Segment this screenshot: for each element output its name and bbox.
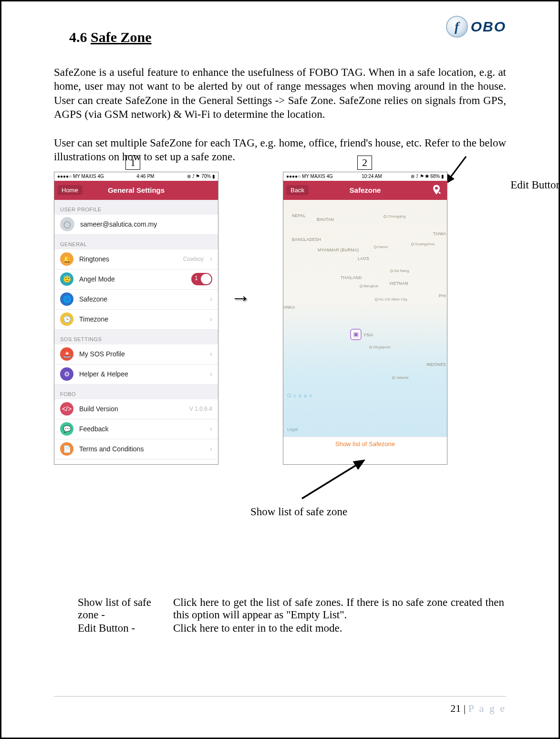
map-city: Bangkok <box>360 284 378 288</box>
show-list-safezone-button[interactable]: Show list of Safezone <box>283 437 447 451</box>
map-country: BANGLADESH <box>292 237 321 242</box>
map-view[interactable]: NEPAL BHUTAN BANGLADESH MYANMAR (BURMA) … <box>283 200 447 451</box>
clock-icon: 🕒 <box>60 312 73 326</box>
row-sos-profile[interactable]: 🚨 My SOS Profile › <box>54 344 218 364</box>
chat-icon: 💬 <box>60 422 73 436</box>
section-fobo: FOBO <box>54 385 218 399</box>
section-general: GENERAL <box>54 235 218 250</box>
status-left: ●●●●○ MY MAXIS 4G <box>286 174 333 179</box>
row-timezone[interactable]: 🕒 Timezone › <box>54 310 218 330</box>
definition-desc: Click here to get the list of safe zones… <box>173 596 506 621</box>
logo: f OBO <box>446 16 506 38</box>
definition-row: Show list of safe zone - Click here to g… <box>54 596 506 621</box>
status-right: ⊛ ⤴ ⚑ 70% ▮ <box>187 174 215 179</box>
row-safezone[interactable]: 🌐 Safezone › <box>54 290 218 310</box>
definition-row: Edit Button - Click here to enter in to … <box>54 622 506 635</box>
intro-paragraph-1: SafeZone is a useful feature to enhance … <box>54 65 506 122</box>
chevron-right-icon: › <box>210 350 212 358</box>
definition-term: Show list of safe zone - <box>54 596 173 621</box>
callout-number-1: 1 <box>125 156 140 170</box>
globe-icon: 🌐 <box>60 292 73 306</box>
angel-mode-toggle[interactable]: 1 <box>191 273 212 285</box>
map-country: YSIA <box>363 333 373 337</box>
chevron-right-icon: › <box>210 315 212 323</box>
row-angel-mode[interactable]: 😇 Angel Mode 1 <box>54 270 218 290</box>
chevron-right-icon: › <box>210 255 212 263</box>
angel-mode-label: Angel Mode <box>79 275 115 283</box>
edit-location-icon[interactable] <box>431 184 442 197</box>
map-legal-link[interactable]: Legal <box>287 427 298 432</box>
map-city: Ho Chi Minh City <box>375 297 407 302</box>
status-bar: ●●●●○ MY MAXIS 4G 10:24 AM ⊛ ⤴ ⚑ ✱ 68% ▮ <box>283 172 447 181</box>
section-heading: 4.6 Safe Zone <box>69 29 506 45</box>
definitions: Show list of safe zone - Click here to g… <box>54 596 506 635</box>
status-right: ⊛ ⤴ ⚑ ✱ 68% ▮ <box>411 174 444 179</box>
ringtones-label: Ringtones <box>79 255 109 263</box>
row-helper-helpee[interactable]: ⚙ Helper & Helpee › <box>54 364 218 385</box>
show-list-arrow <box>292 456 378 503</box>
row-user-email[interactable]: ◯ sameer@salutica.com.my <box>54 215 218 235</box>
terms-label: Terms and Conditions <box>79 445 144 453</box>
page-word: P a g e <box>468 702 506 714</box>
map-city: Jakarta <box>392 375 408 380</box>
screenshots-row: 1 2 → ●●●●○ MY MAXIS 4G 4:46 PM ⊛ ⤴ ⚑ 70… <box>54 172 506 515</box>
code-icon: </> <box>60 402 73 416</box>
page-footer: 21 | P a g e <box>450 702 506 715</box>
section-sos: SOS SETTINGS <box>54 330 218 344</box>
logo-text: OBO <box>471 19 506 35</box>
build-label: Build Version <box>79 405 118 413</box>
bell-icon: 🔔 <box>60 252 73 266</box>
flow-arrow-icon: → <box>230 286 250 309</box>
sos-profile-label: My SOS Profile <box>79 350 125 358</box>
status-time: 10:24 AM <box>362 174 382 179</box>
map-city: Hanoi <box>374 245 388 249</box>
current-location-marker[interactable]: ▣ <box>350 329 362 340</box>
nav-home-button[interactable]: Home <box>57 185 83 195</box>
svg-line-0 <box>446 156 466 183</box>
nav-back-button[interactable]: Back <box>286 185 309 195</box>
logo-icon: f <box>446 16 468 38</box>
annotation-show-list: Show list of safe zone <box>250 506 347 518</box>
row-ringtones[interactable]: 🔔 Ringtones Cowboy › <box>54 250 218 270</box>
row-build-version[interactable]: </> Build Version V 1.0.6.4 <box>54 399 218 419</box>
map-country: TAIWA <box>433 231 446 236</box>
people-icon: ⚙ <box>60 367 73 381</box>
toggle-value: 1 <box>195 275 198 281</box>
map-country: BHUTAN <box>317 217 334 222</box>
row-terms[interactable]: 📄 Terms and Conditions › <box>54 439 218 459</box>
helper-label: Helper & Helpee <box>79 370 128 378</box>
document-icon: 📄 <box>60 442 73 456</box>
row-feedback[interactable]: 💬 Feedback › <box>54 419 218 439</box>
chevron-right-icon: › <box>210 425 212 433</box>
num-box-2: 2 <box>357 156 372 170</box>
status-time: 4:46 PM <box>136 174 154 179</box>
definition-desc: Click here to enter in to the edit mode. <box>173 622 506 635</box>
map-country: INDONES <box>426 362 446 367</box>
map-country: LAOS <box>358 256 369 261</box>
map-country: NEPAL <box>292 213 306 218</box>
page: f OBO 4.6 Safe Zone SafeZone is a useful… <box>0 0 560 739</box>
sos-icon: 🚨 <box>60 347 73 361</box>
heading-title: Safe Zone <box>91 29 152 45</box>
avatar-icon: ◯ <box>60 217 74 231</box>
map-city: Singapore <box>369 345 390 349</box>
chevron-right-icon: › <box>210 370 212 378</box>
map-country: MYANMAR (BURMA) <box>318 248 359 252</box>
chevron-right-icon: › <box>210 295 212 303</box>
map-country: ANKA <box>283 305 295 310</box>
safezone-label: Safezone <box>79 295 107 303</box>
nav-bar: Back Safezone <box>283 181 447 200</box>
heading-number: 4.6 <box>69 29 87 45</box>
status-bar: ●●●●○ MY MAXIS 4G 4:46 PM ⊛ ⤴ ⚑ 70% ▮ <box>54 172 218 181</box>
map-country: PHI <box>439 293 446 298</box>
page-number: 21 <box>450 702 461 714</box>
map-city: Guangzhou <box>411 242 435 246</box>
nav-bar: Home General Settings <box>54 181 218 200</box>
map-country: THAILAND <box>341 275 362 280</box>
status-left: ●●●●○ MY MAXIS 4G <box>57 174 104 179</box>
map-country: VIETNAM <box>389 281 408 286</box>
callout-number-2: 2 <box>357 156 372 170</box>
map-city: Da Nang <box>390 269 409 273</box>
footer-sep: | <box>461 702 468 714</box>
map-city: Chongqing <box>384 214 406 219</box>
